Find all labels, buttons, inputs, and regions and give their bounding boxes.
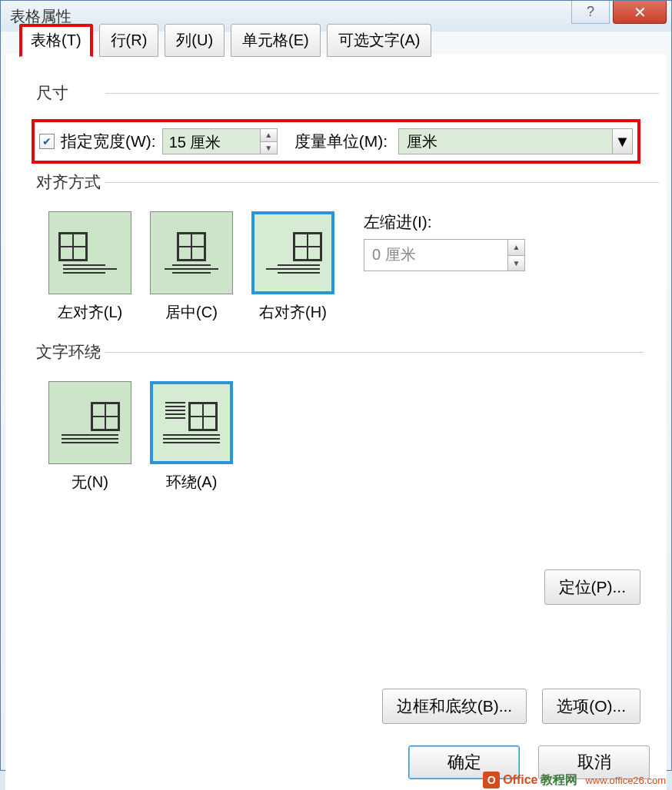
table-icon xyxy=(58,232,88,261)
tab-table[interactable]: 表格(T) xyxy=(19,24,93,57)
wrap-around-label: 环绕(A) xyxy=(150,472,233,493)
lines-icon xyxy=(266,264,320,274)
indent-spinner[interactable]: 0 厘米 ▲ ▼ xyxy=(364,239,525,271)
spinner-up-icon[interactable]: ▲ xyxy=(507,240,524,256)
options-button[interactable]: 选项(O)... xyxy=(542,689,640,724)
unit-value: 厘米 xyxy=(407,131,437,152)
watermark-url: www.office26.com xyxy=(585,775,666,786)
indent-value: 0 厘米 xyxy=(364,240,507,271)
help-button[interactable]: ? xyxy=(571,1,610,24)
align-left-label: 左对齐(L) xyxy=(48,302,131,323)
lines-icon xyxy=(163,434,220,443)
position-button[interactable]: 定位(P)... xyxy=(544,569,641,605)
size-row-highlight: ✔ 指定宽度(W): 15 厘米 ▲ ▼ 度量单位(M): 厘米 ▼ xyxy=(32,119,640,164)
table-icon xyxy=(91,402,120,431)
table-icon xyxy=(177,232,206,261)
watermark: O Office教程网 www.office26.com xyxy=(483,772,666,788)
close-button[interactable]: ✕ xyxy=(613,1,667,24)
tab-bar: 表格(T) 行(R) 列(U) 单元格(E) 可选文字(A) xyxy=(19,24,431,57)
lines-icon xyxy=(63,264,117,274)
tab-alttext[interactable]: 可选文字(A) xyxy=(327,24,432,57)
align-center-label: 居中(C) xyxy=(150,302,233,323)
wrap-none-option[interactable] xyxy=(48,381,131,464)
dropdown-arrow-icon: ▼ xyxy=(612,129,632,154)
align-center-option[interactable] xyxy=(150,211,233,294)
width-value[interactable]: 15 厘米 xyxy=(163,129,260,154)
spinner-down-icon[interactable]: ▼ xyxy=(507,256,524,271)
alignment-group-label: 对齐方式 xyxy=(36,171,651,193)
measure-unit-dropdown[interactable]: 厘米 ▼ xyxy=(398,128,633,154)
border-shading-button[interactable]: 边框和底纹(B)... xyxy=(382,689,527,724)
size-group-label: 尺寸 xyxy=(36,82,651,104)
tab-row[interactable]: 行(R) xyxy=(99,24,159,57)
wrap-group-label: 文字环绕 xyxy=(36,341,651,363)
preferred-width-checkbox[interactable]: ✔ xyxy=(39,134,55,149)
lines-icon xyxy=(62,434,118,443)
align-right-option[interactable] xyxy=(251,211,334,294)
wrap-none-label: 无(N) xyxy=(48,472,131,493)
dialog-window: 表格属性 ? ✕ 表格(T) 行(R) 列(U) 单元格(E) 可选文字(A) … xyxy=(0,0,672,771)
align-right-label: 右对齐(H) xyxy=(251,302,334,323)
table-icon xyxy=(293,232,322,261)
tab-cell[interactable]: 单元格(E) xyxy=(231,24,321,57)
indent-label: 左缩进(I): xyxy=(364,211,525,233)
measure-unit-label: 度量单位(M): xyxy=(294,131,388,152)
width-spinner[interactable]: 15 厘米 ▲ ▼ xyxy=(162,128,278,154)
align-left-option[interactable] xyxy=(48,211,131,294)
tab-column[interactable]: 列(U) xyxy=(165,24,225,57)
spinner-down-icon[interactable]: ▼ xyxy=(260,142,277,154)
wrap-around-icon xyxy=(165,402,218,431)
table-icon xyxy=(188,402,218,431)
wrap-around-option[interactable] xyxy=(150,381,233,464)
preferred-width-label: 指定宽度(W): xyxy=(61,131,156,152)
spinner-up-icon[interactable]: ▲ xyxy=(260,129,277,142)
office-logo-icon: O xyxy=(483,772,500,788)
dialog-content: 表格(T) 行(R) 列(U) 单元格(E) 可选文字(A) 尺寸 ✔ 指定宽度… xyxy=(5,55,667,790)
lines-icon xyxy=(165,264,218,274)
